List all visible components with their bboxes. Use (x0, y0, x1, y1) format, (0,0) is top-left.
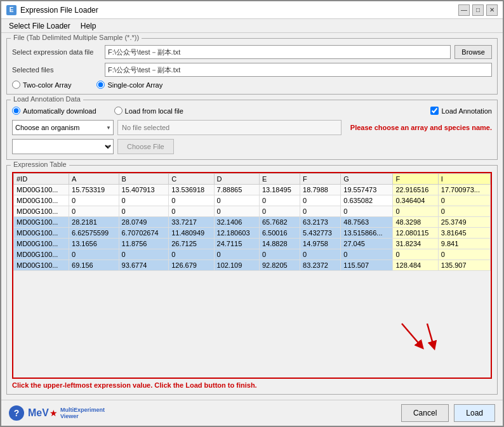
table-cell[interactable]: 0 (438, 249, 490, 260)
table-cell[interactable]: 12.180603 (214, 228, 259, 239)
single-color-option[interactable]: Single-color Array (96, 81, 162, 89)
table-cell[interactable]: 0 (259, 206, 300, 217)
table-cell[interactable]: 0 (259, 249, 300, 260)
table-cell[interactable]: 0 (169, 249, 214, 260)
table-cell[interactable]: 12.080115 (393, 228, 438, 239)
table-row[interactable]: MD00G100...15.75331915.40791313.5369187.… (14, 185, 491, 195)
table-cell[interactable]: 0 (393, 206, 438, 217)
table-cell[interactable]: 102.109 (214, 260, 259, 271)
two-color-radio[interactable] (12, 81, 20, 89)
close-button[interactable]: ✕ (486, 4, 498, 16)
table-cell[interactable]: 13.536918 (169, 185, 214, 195)
table-cell[interactable]: 25.3749 (438, 217, 490, 228)
table-cell[interactable]: 6.50016 (259, 228, 300, 239)
auto-download-radio[interactable] (12, 107, 20, 115)
table-cell[interactable]: MD00G100... (14, 260, 69, 271)
table-cell[interactable]: MD00G100... (14, 239, 69, 249)
table-cell[interactable]: MD00G100... (14, 195, 69, 206)
table-cell[interactable]: 0 (69, 206, 119, 217)
table-cell[interactable]: 0 (300, 195, 341, 206)
table-cell[interactable]: MD00G100... (14, 206, 69, 217)
table-cell[interactable]: 115.507 (341, 260, 393, 271)
table-cell[interactable]: 0 (341, 206, 393, 217)
table-cell[interactable]: 13.1656 (69, 239, 119, 249)
table-cell[interactable]: 0.346404 (393, 195, 438, 206)
browse-button[interactable]: Browse (454, 45, 492, 59)
table-cell[interactable]: 0 (438, 195, 490, 206)
table-cell[interactable]: 14.8828 (259, 239, 300, 249)
table-cell[interactable]: 32.1406 (214, 217, 259, 228)
table-cell[interactable]: 0 (341, 249, 393, 260)
second-dropdown[interactable] (12, 139, 114, 154)
auto-download-option[interactable]: Automatically download (12, 107, 96, 115)
load-annotation-checkbox[interactable] (430, 107, 439, 115)
table-scroll[interactable]: #ID A B C D E F G F I (13, 173, 491, 378)
table-cell[interactable]: 15.753319 (69, 185, 119, 195)
table-row[interactable]: MD00G100...69.15693.6774126.679102.10992… (14, 260, 491, 271)
table-cell[interactable]: 0 (169, 206, 214, 217)
table-cell[interactable]: 3.81645 (438, 228, 490, 239)
table-cell[interactable]: 0 (300, 206, 341, 217)
minimize-button[interactable]: — (458, 4, 470, 16)
table-row[interactable]: MD00G100...6.625755996.7070267411.480949… (14, 228, 491, 239)
table-cell[interactable]: 13.515866... (341, 228, 393, 239)
table-cell[interactable]: 14.9758 (300, 239, 341, 249)
table-cell[interactable]: 9.841 (438, 239, 490, 249)
help-icon[interactable]: ? (9, 405, 24, 421)
table-cell[interactable]: 0 (69, 195, 119, 206)
table-cell[interactable]: 0 (214, 249, 259, 260)
selected-files-input[interactable] (105, 63, 492, 77)
table-cell[interactable]: 83.2372 (300, 260, 341, 271)
table-cell[interactable]: 0 (69, 249, 119, 260)
menu-help[interactable]: Help (76, 20, 102, 32)
table-cell[interactable]: 6.62575599 (69, 228, 119, 239)
table-cell[interactable]: 33.7217 (169, 217, 214, 228)
table-cell[interactable]: MD00G100... (14, 217, 69, 228)
table-cell[interactable]: MD00G100... (14, 249, 69, 260)
single-color-radio[interactable] (96, 81, 105, 89)
table-cell[interactable]: 11.480949 (169, 228, 214, 239)
table-cell[interactable]: 93.6774 (119, 260, 169, 271)
table-cell[interactable]: MD00G100... (14, 185, 69, 195)
table-cell[interactable]: 17.700973... (438, 185, 490, 195)
load-annotation-option[interactable]: Load Annotation (430, 107, 492, 115)
table-cell[interactable]: 18.7988 (300, 185, 341, 195)
table-cell[interactable]: 22.916516 (393, 185, 438, 195)
table-cell[interactable]: 0 (214, 195, 259, 206)
table-row[interactable]: MD00G100...28.218128.074933.721732.14066… (14, 217, 491, 228)
table-cell[interactable]: 0 (119, 206, 169, 217)
table-cell[interactable]: 31.8234 (393, 239, 438, 249)
table-cell[interactable]: 48.3298 (393, 217, 438, 228)
maximize-button[interactable]: □ (472, 4, 484, 16)
table-cell[interactable]: 0 (119, 195, 169, 206)
table-cell[interactable]: 0 (214, 206, 259, 217)
table-cell[interactable]: 135.907 (438, 260, 490, 271)
table-cell[interactable]: 28.2181 (69, 217, 119, 228)
load-button[interactable]: Load (454, 404, 495, 422)
table-row[interactable]: MD00G100...000000000 (14, 249, 491, 260)
table-row[interactable]: MD00G100...0000000.6350820.3464040 (14, 195, 491, 206)
table-cell[interactable]: 0 (438, 206, 490, 217)
table-cell[interactable]: 65.7682 (259, 217, 300, 228)
table-cell[interactable]: 26.7125 (169, 239, 214, 249)
two-color-option[interactable]: Two-color Array (12, 81, 71, 89)
table-cell[interactable]: 48.7563 (341, 217, 393, 228)
table-cell[interactable]: 0 (393, 249, 438, 260)
table-cell[interactable]: 0 (259, 195, 300, 206)
table-cell[interactable]: 69.156 (69, 260, 119, 271)
table-cell[interactable]: 0.635082 (341, 195, 393, 206)
table-cell[interactable]: 0 (300, 249, 341, 260)
table-cell[interactable]: 0 (169, 195, 214, 206)
table-cell[interactable]: 5.432773 (300, 228, 341, 239)
table-cell[interactable]: 126.679 (169, 260, 214, 271)
table-cell[interactable]: 28.0749 (119, 217, 169, 228)
table-cell[interactable]: 27.045 (341, 239, 393, 249)
table-cell[interactable]: MD00G100... (14, 228, 69, 239)
choose-file-button[interactable]: Choose File (117, 139, 174, 154)
table-cell[interactable]: 13.18495 (259, 185, 300, 195)
table-cell[interactable]: 24.7115 (214, 239, 259, 249)
table-row[interactable]: MD00G100...13.165611.875626.712524.71151… (14, 239, 491, 249)
table-cell[interactable]: 15.407913 (119, 185, 169, 195)
select-expression-input[interactable] (105, 45, 451, 59)
menu-select-file-loader[interactable]: Select File Loader (4, 20, 76, 32)
